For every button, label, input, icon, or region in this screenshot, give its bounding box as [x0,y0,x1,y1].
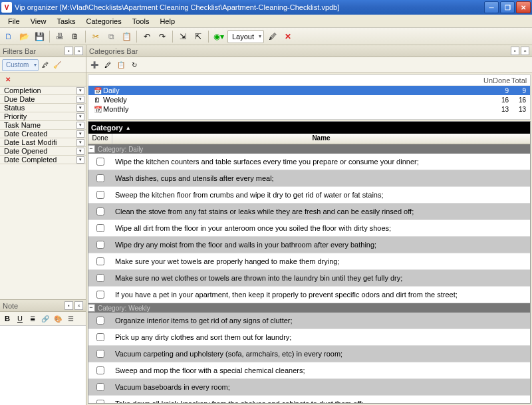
open-icon[interactable]: 📂 [17,30,31,43]
note-bold-icon[interactable]: B [2,313,13,324]
undo-icon[interactable]: ↶ [140,30,154,43]
menu-categories[interactable]: Categories [81,16,127,27]
task-row[interactable]: If you have a pet in your apartment, the… [88,287,530,303]
task-row[interactable]: Sweep and mop the floor with a special c… [88,362,530,379]
refresh-cat-icon[interactable]: ↻ [129,60,140,70]
edit-cat-icon[interactable]: 🖉 [102,60,113,70]
print-icon[interactable]: 🖶 [53,30,66,43]
note-link-icon[interactable]: 🔗 [40,313,51,324]
filter-dropdown-icon[interactable]: ▾ [76,130,84,138]
clear-filter-icon[interactable]: 🧹 [52,60,63,70]
edit-filter-icon[interactable]: 🖉 [40,60,51,70]
task-checkbox[interactable] [96,207,104,215]
filter-item[interactable]: Task Name▾ [0,121,86,130]
note-body[interactable] [0,325,86,405]
filter-dropdown-icon[interactable]: ▾ [76,122,84,129]
filter-dropdown-icon[interactable]: ▾ [76,96,84,103]
menu-view[interactable]: View [25,16,52,27]
layout-dropdown[interactable]: Layout [227,30,264,43]
col-done[interactable]: Done [88,134,112,144]
catpane-close-icon[interactable]: × [521,47,529,55]
add-cat-icon[interactable]: ➕ [89,60,100,70]
note-close-icon[interactable]: × [74,301,83,310]
task-checkbox[interactable] [96,174,104,182]
new-icon[interactable]: 🗋 [2,30,15,43]
task-checkbox[interactable] [96,241,104,249]
filter-dropdown-icon[interactable]: ▾ [76,87,84,94]
task-row[interactable]: Wash dishes, cups and utensils after eve… [88,170,530,187]
task-checkbox[interactable] [96,224,104,232]
paste-icon[interactable]: 📋 [120,30,133,43]
close-button[interactable]: ✕ [516,1,531,13]
task-row[interactable]: Organize interior items to get rid of an… [88,313,530,329]
task-checkbox[interactable] [96,274,104,282]
task-checkbox[interactable] [96,400,104,404]
preview-icon[interactable]: 🗎 [68,30,82,43]
task-checkbox[interactable] [96,191,104,199]
filter-dropdown-icon[interactable]: ▾ [76,104,84,112]
task-checkbox[interactable] [96,291,104,299]
save-icon[interactable]: 💾 [33,30,46,43]
remove-filter-icon[interactable]: ✕ [3,74,13,85]
filter-dropdown-icon[interactable]: ▾ [76,139,84,146]
category-row[interactable]: 📅Daily99 [88,86,530,95]
catpane-menu-icon[interactable]: ▪ [511,47,519,55]
category-row[interactable]: 📆Monthly1313 [88,104,530,114]
custom-filter-dropdown[interactable]: Custom [2,59,39,71]
task-row[interactable]: Wipe all dirt from the floor in your ant… [88,220,530,237]
pane-close-icon[interactable]: × [74,47,83,55]
minimize-button[interactable]: ─ [484,1,499,13]
grid-group-header[interactable]: Category: Daily [88,144,530,154]
filter-item[interactable]: Date Completed▾ [0,156,86,164]
task-row[interactable]: Take down all knick-knackery from the sh… [88,396,530,404]
del-cat-icon[interactable]: 📋 [116,60,126,70]
redo-icon[interactable]: ↷ [156,30,169,43]
group-header[interactable]: Category ▲ [88,122,530,134]
task-row[interactable]: Clean the stove from any fat stains or l… [88,203,530,220]
task-checkbox[interactable] [96,317,104,325]
menu-help[interactable]: Help [154,16,180,27]
category-row[interactable]: 🗓Weekly1616 [88,95,530,104]
task-row[interactable]: Vacuum baseboards in every room; [88,379,530,396]
filter-item[interactable]: Date Created▾ [0,130,86,138]
filter-item[interactable]: Completion▾ [0,86,86,95]
grid-group-header[interactable]: Category: Weekly [88,303,530,313]
note-color-icon[interactable]: 🎨 [53,313,63,324]
filter-dropdown-icon[interactable]: ▾ [76,148,84,155]
task-checkbox[interactable] [96,333,104,341]
filter-item[interactable]: Priority▾ [0,112,86,121]
layout-icon[interactable]: ◉▾ [212,30,225,43]
pane-menu-icon[interactable]: ▪ [65,47,73,55]
copy-icon[interactable]: ⧉ [104,30,118,43]
import-icon[interactable]: ⇲ [176,30,190,43]
task-checkbox[interactable] [96,158,104,166]
filter-dropdown-icon[interactable]: ▾ [76,113,84,120]
task-row[interactable]: Make sure no wet clothes or towels are t… [88,270,530,287]
task-row[interactable]: Pick up any dirty clothes and sort them … [88,329,530,346]
filter-item[interactable]: Date Last Modifi▾ [0,138,86,147]
filter-item[interactable]: Status▾ [0,104,86,112]
menu-tasks[interactable]: Tasks [51,16,80,27]
note-list-icon[interactable]: ☰ [65,313,76,324]
task-checkbox[interactable] [96,366,104,374]
filter-dropdown-icon[interactable]: ▾ [76,156,84,164]
filter-item[interactable]: Date Opened▾ [0,147,86,156]
task-row[interactable]: Sweep the kitchen floor from crumbs and … [88,187,530,203]
task-row[interactable]: Wipe the kitchen counters and table surf… [88,154,530,170]
menu-tools[interactable]: Tools [127,16,155,27]
tool-icon[interactable]: 🖉 [266,30,279,43]
task-checkbox[interactable] [96,383,104,391]
menu-file[interactable]: File [3,16,25,27]
maximize-button[interactable]: ❐ [500,1,515,13]
filter-item[interactable]: Due Date▾ [0,95,86,104]
col-name[interactable]: Name [112,134,530,144]
export-icon[interactable]: ⇱ [192,30,205,43]
task-checkbox[interactable] [96,350,104,358]
task-checkbox[interactable] [96,257,104,265]
note-menu-icon[interactable]: ▪ [65,301,73,310]
note-underline-icon[interactable]: U [15,313,25,324]
cut-icon[interactable]: ✂ [89,30,102,43]
task-row[interactable]: Wipe dry any moist from the floor and wa… [88,237,530,253]
note-bullet-icon[interactable]: ≣ [27,313,38,324]
task-row[interactable]: Vacuum carpeting and upholstery (sofa, a… [88,346,530,362]
